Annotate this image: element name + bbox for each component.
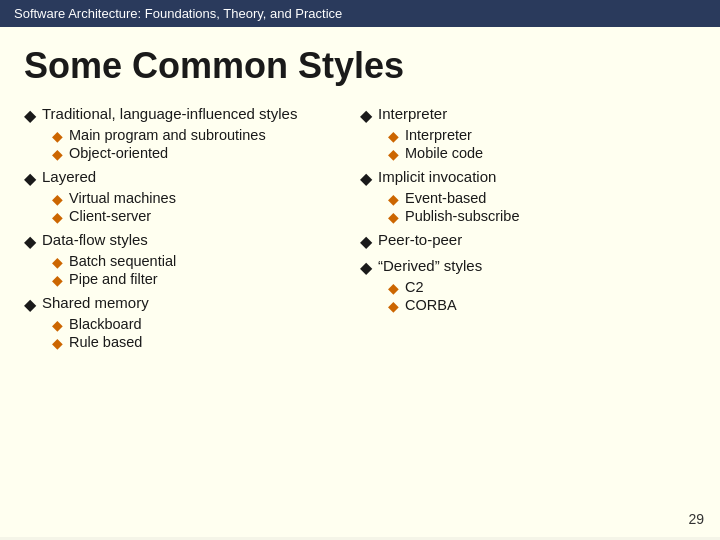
- sub-bullet-item: ◆Interpreter: [388, 127, 686, 144]
- slide-title: Some Common Styles: [24, 45, 696, 87]
- sub-bullet-label: C2: [405, 279, 424, 295]
- sub-bullet-label: Batch sequential: [69, 253, 176, 269]
- bullet-icon: ◆: [24, 169, 36, 188]
- sub-bullet-label: Event-based: [405, 190, 486, 206]
- sub-bullet-label: Pipe and filter: [69, 271, 158, 287]
- top-bullet-item: ◆Interpreter: [360, 105, 686, 125]
- sub-bullet-item: ◆Main program and subroutines: [52, 127, 350, 144]
- sub-bullet-item: ◆Virtual machines: [52, 190, 350, 207]
- top-bullet-item: ◆Peer-to-peer: [360, 231, 686, 251]
- sub-bullet-item: ◆Pipe and filter: [52, 271, 350, 288]
- sub-bullet-label: Main program and subroutines: [69, 127, 266, 143]
- bullet-label: Interpreter: [378, 105, 447, 122]
- bullet-icon: ◆: [24, 232, 36, 251]
- top-bullet-item: ◆Data-flow styles: [24, 231, 350, 251]
- sub-bullet-label: Mobile code: [405, 145, 483, 161]
- sub-bullet-label: Client-server: [69, 208, 151, 224]
- bullet-label: Layered: [42, 168, 96, 185]
- bullet-icon: ◆: [360, 169, 372, 188]
- sub-bullet-icon: ◆: [52, 146, 63, 162]
- header-title: Software Architecture: Foundations, Theo…: [14, 6, 342, 21]
- content-columns: ◆Traditional, language-influenced styles…: [24, 105, 696, 357]
- sub-bullet-label: Object-oriented: [69, 145, 168, 161]
- sub-bullet-label: CORBA: [405, 297, 457, 313]
- top-bullet-item: ◆Shared memory: [24, 294, 350, 314]
- bullet-icon: ◆: [24, 295, 36, 314]
- sub-bullet-label: Interpreter: [405, 127, 472, 143]
- sub-bullet-item: ◆CORBA: [388, 297, 686, 314]
- slide-content: Some Common Styles ◆Traditional, languag…: [0, 27, 720, 537]
- sub-bullet-item: ◆Batch sequential: [52, 253, 350, 270]
- bullet-icon: ◆: [360, 258, 372, 277]
- bullet-label: Traditional, language-influenced styles: [42, 105, 297, 122]
- bullet-section: ◆Data-flow styles◆Batch sequential◆Pipe …: [24, 231, 350, 288]
- bullet-section: ◆Layered◆Virtual machines◆Client-server: [24, 168, 350, 225]
- sub-bullet-item: ◆Object-oriented: [52, 145, 350, 162]
- top-bullet-item: ◆Traditional, language-influenced styles: [24, 105, 350, 125]
- sub-bullet-item: ◆Rule based: [52, 334, 350, 351]
- sub-bullet-icon: ◆: [388, 191, 399, 207]
- bullet-section: ◆“Derived” styles◆C2◆CORBA: [360, 257, 686, 314]
- top-bullet-item: ◆Layered: [24, 168, 350, 188]
- sub-bullet-item: ◆C2: [388, 279, 686, 296]
- bullet-label: “Derived” styles: [378, 257, 482, 274]
- bullet-label: Data-flow styles: [42, 231, 148, 248]
- sub-bullet-label: Rule based: [69, 334, 142, 350]
- sub-bullet-item: ◆Event-based: [388, 190, 686, 207]
- sub-bullet-icon: ◆: [388, 280, 399, 296]
- sub-bullet-item: ◆Publish-subscribe: [388, 208, 686, 225]
- sub-bullet-icon: ◆: [388, 298, 399, 314]
- bullet-section: ◆Peer-to-peer: [360, 231, 686, 251]
- bullet-section: ◆Shared memory◆Blackboard◆Rule based: [24, 294, 350, 351]
- bullet-icon: ◆: [24, 106, 36, 125]
- sub-bullet-icon: ◆: [388, 209, 399, 225]
- bullet-section: ◆Implicit invocation◆Event-based◆Publish…: [360, 168, 686, 225]
- bullet-label: Implicit invocation: [378, 168, 496, 185]
- bullet-icon: ◆: [360, 106, 372, 125]
- sub-bullet-icon: ◆: [52, 335, 63, 351]
- bullet-label: Peer-to-peer: [378, 231, 462, 248]
- sub-bullet-item: ◆Client-server: [52, 208, 350, 225]
- sub-bullet-icon: ◆: [388, 128, 399, 144]
- sub-bullet-label: Blackboard: [69, 316, 142, 332]
- sub-bullet-item: ◆Mobile code: [388, 145, 686, 162]
- sub-bullet-icon: ◆: [52, 254, 63, 270]
- bullet-section: ◆Interpreter◆Interpreter◆Mobile code: [360, 105, 686, 162]
- bullet-icon: ◆: [360, 232, 372, 251]
- bullet-section: ◆Traditional, language-influenced styles…: [24, 105, 350, 162]
- sub-bullet-icon: ◆: [52, 191, 63, 207]
- sub-bullet-icon: ◆: [388, 146, 399, 162]
- top-bullet-item: ◆“Derived” styles: [360, 257, 686, 277]
- left-column: ◆Traditional, language-influenced styles…: [24, 105, 360, 357]
- sub-bullet-icon: ◆: [52, 128, 63, 144]
- page-number: 29: [688, 511, 704, 527]
- bullet-label: Shared memory: [42, 294, 149, 311]
- sub-bullet-item: ◆Blackboard: [52, 316, 350, 333]
- top-bullet-item: ◆Implicit invocation: [360, 168, 686, 188]
- header-bar: Software Architecture: Foundations, Theo…: [0, 0, 720, 27]
- sub-bullet-label: Virtual machines: [69, 190, 176, 206]
- sub-bullet-label: Publish-subscribe: [405, 208, 519, 224]
- sub-bullet-icon: ◆: [52, 209, 63, 225]
- right-column: ◆Interpreter◆Interpreter◆Mobile code◆Imp…: [360, 105, 696, 357]
- sub-bullet-icon: ◆: [52, 272, 63, 288]
- sub-bullet-icon: ◆: [52, 317, 63, 333]
